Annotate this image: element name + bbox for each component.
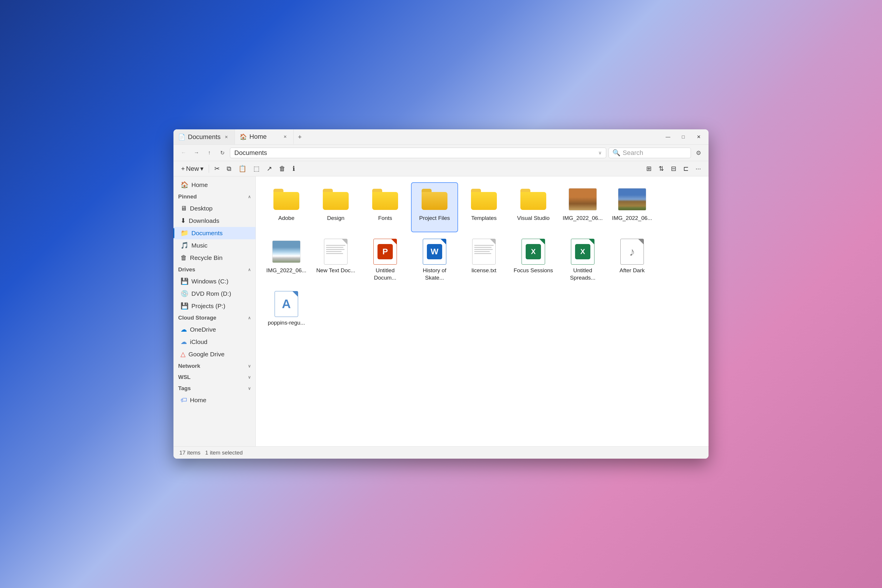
sidebar-item-home-tag[interactable]: 🏷 Home: [174, 394, 255, 406]
tab-home[interactable]: 🏠 Home ✕: [235, 129, 294, 144]
address-field[interactable]: Documents ∨: [230, 148, 606, 158]
minimize-button[interactable]: —: [660, 129, 676, 145]
music-sidebar-icon: 🎵: [180, 242, 189, 249]
sidebar-section-drives[interactable]: Drives ∧: [174, 264, 255, 275]
cut-button[interactable]: ✂: [212, 164, 222, 174]
tab-strip: 📄 Documents ✕ 🏠 Home ✕ +: [174, 129, 658, 144]
view-toggle-2[interactable]: ⊟: [668, 164, 679, 174]
file-item-after-dark[interactable]: ♪ After Dark: [609, 235, 656, 285]
up-button[interactable]: ↑: [204, 148, 214, 158]
sidebar-item-recycle[interactable]: 🗑 Recycle Bin 📌: [174, 252, 255, 264]
sidebar-section-wsl[interactable]: WSL ∨: [174, 372, 255, 383]
file-item-fonts[interactable]: Fonts: [362, 182, 409, 232]
cloud-label: Cloud Storage: [178, 315, 216, 321]
share-button[interactable]: ↗: [264, 164, 275, 174]
templates-label: Templates: [471, 214, 497, 222]
info-button[interactable]: ℹ: [290, 164, 298, 174]
documents-tab-close[interactable]: ✕: [223, 134, 230, 141]
desktop-icon: 🖥: [180, 205, 187, 212]
music-note-icon: ♪: [629, 245, 635, 258]
poppins-label: poppins-regu...: [268, 319, 305, 327]
copy-button[interactable]: ⧉: [224, 164, 234, 174]
toolbar: + New ▾ ✂ ⧉ 📋 ⬚ ↗ 🗑 ℹ ⊞ ⇅ ⊟ ⊏ ···: [174, 161, 708, 176]
file-item-focus-sessions[interactable]: X Focus Sessions: [510, 235, 557, 285]
file-item-visual-studio[interactable]: Visual Studio: [510, 182, 557, 232]
more-button[interactable]: ···: [693, 164, 704, 174]
file-item-untitled-doc[interactable]: P Untitled Docum...: [362, 235, 409, 285]
sort-button[interactable]: ⇅: [656, 164, 667, 174]
drives-label: Drives: [178, 266, 195, 273]
sidebar-item-dvd-d[interactable]: 💿 DVD Rom (D:): [174, 288, 255, 300]
file-area[interactable]: Adobe Design: [256, 176, 708, 446]
sidebar-icloud-label: iCloud: [190, 338, 208, 345]
sidebar-section-cloud[interactable]: Cloud Storage ∧: [174, 312, 255, 323]
sidebar-item-onedrive[interactable]: ☁ OneDrive: [174, 323, 255, 336]
new-label: New: [186, 165, 199, 172]
sidebar-item-icloud[interactable]: ☁ iCloud: [174, 336, 255, 348]
sidebar: 🏠 Home Pinned ∧ 🖥 Desktop 📌 ⬇ Downloads …: [174, 176, 256, 446]
sidebar-section-tags[interactable]: Tags ∨: [174, 383, 255, 394]
sidebar-section-network[interactable]: Network ∨: [174, 360, 255, 372]
maximize-button[interactable]: □: [676, 129, 691, 145]
file-grid: Adobe Design: [263, 182, 702, 337]
untitled-spread-label: Untitled Spreads...: [562, 267, 603, 281]
home-tab-close[interactable]: ✕: [282, 133, 289, 140]
file-item-history[interactable]: W History of Skate...: [411, 235, 458, 285]
file-item-poppins[interactable]: A poppins-regu...: [263, 287, 310, 337]
sidebar-item-desktop[interactable]: 🖥 Desktop 📌: [174, 202, 255, 214]
view-toggle-1[interactable]: ⊞: [643, 164, 654, 174]
title-bar: 📄 Documents ✕ 🏠 Home ✕ + — □ ✕: [174, 129, 708, 145]
file-item-img1[interactable]: IMG_2022_06...: [559, 182, 606, 232]
file-item-img3[interactable]: IMG_2022_06...: [263, 235, 310, 285]
sidebar-item-downloads[interactable]: ⬇ Downloads 📌: [174, 214, 255, 227]
file-item-untitled-spread[interactable]: X Untitled Spreads...: [559, 235, 606, 285]
sidebar-item-music[interactable]: 🎵 Music 📌: [174, 239, 255, 252]
new-button[interactable]: + New ▾: [178, 164, 206, 174]
recycle-sidebar-icon: 🗑: [180, 254, 187, 262]
sidebar-item-windows-c[interactable]: 💾 Windows (C:): [174, 275, 255, 288]
file-item-img2[interactable]: IMG_2022_06...: [609, 182, 656, 232]
rename-button[interactable]: ⬚: [250, 164, 262, 174]
delete-button[interactable]: 🗑: [276, 164, 288, 174]
window-controls: — □ ✕: [658, 129, 708, 144]
settings-button[interactable]: ⚙: [693, 148, 704, 158]
back-button[interactable]: ←: [178, 148, 189, 158]
sidebar-section-pinned[interactable]: Pinned ∧: [174, 191, 255, 202]
sidebar-home-label: Home: [191, 182, 208, 189]
panel-button[interactable]: ⊏: [680, 164, 692, 174]
license-thumb: [470, 239, 498, 265]
after-dark-thumb: ♪: [618, 239, 646, 265]
sidebar-googledrive-label: Google Drive: [189, 351, 225, 358]
file-item-templates[interactable]: Templates: [460, 182, 507, 232]
add-tab-button[interactable]: +: [294, 129, 306, 144]
file-item-new-text[interactable]: New Text Doc...: [312, 235, 359, 285]
adobe-folder-thumb: [272, 186, 300, 212]
home-sidebar-icon: 🏠: [180, 181, 189, 189]
sidebar-item-projects-p[interactable]: 💾 Projects (P:): [174, 300, 255, 312]
after-dark-label: After Dark: [620, 267, 645, 274]
new-plus-icon: +: [181, 165, 185, 172]
sidebar-item-googledrive[interactable]: △ Google Drive: [174, 348, 255, 360]
new-text-label: New Text Doc...: [316, 267, 356, 274]
close-button[interactable]: ✕: [691, 129, 706, 145]
wsl-label: WSL: [178, 374, 190, 380]
tags-label: Tags: [178, 385, 191, 392]
sidebar-item-documents[interactable]: 📁 Documents 📌: [174, 227, 255, 239]
refresh-button[interactable]: ↻: [217, 148, 228, 158]
home-tag-icon: 🏷: [180, 396, 187, 404]
paste-button[interactable]: 📋: [236, 164, 249, 174]
sidebar-item-home[interactable]: 🏠 Home: [174, 179, 255, 191]
forward-button[interactable]: →: [191, 148, 202, 158]
projects-p-icon: 💾: [180, 302, 189, 310]
sidebar-recycle-label: Recycle Bin: [190, 254, 222, 261]
tab-documents[interactable]: 📄 Documents ✕: [174, 129, 235, 144]
search-field[interactable]: 🔍 Search: [609, 148, 691, 158]
file-item-design[interactable]: Design: [312, 182, 359, 232]
file-item-project-files[interactable]: Project Files: [411, 182, 458, 232]
word-badge: W: [427, 244, 442, 259]
img1-thumb: [568, 186, 597, 212]
onedrive-icon: ☁: [180, 326, 187, 333]
untitled-doc-thumb: P: [371, 239, 399, 265]
file-item-adobe[interactable]: Adobe: [263, 182, 310, 232]
file-item-license[interactable]: license.txt: [460, 235, 507, 285]
